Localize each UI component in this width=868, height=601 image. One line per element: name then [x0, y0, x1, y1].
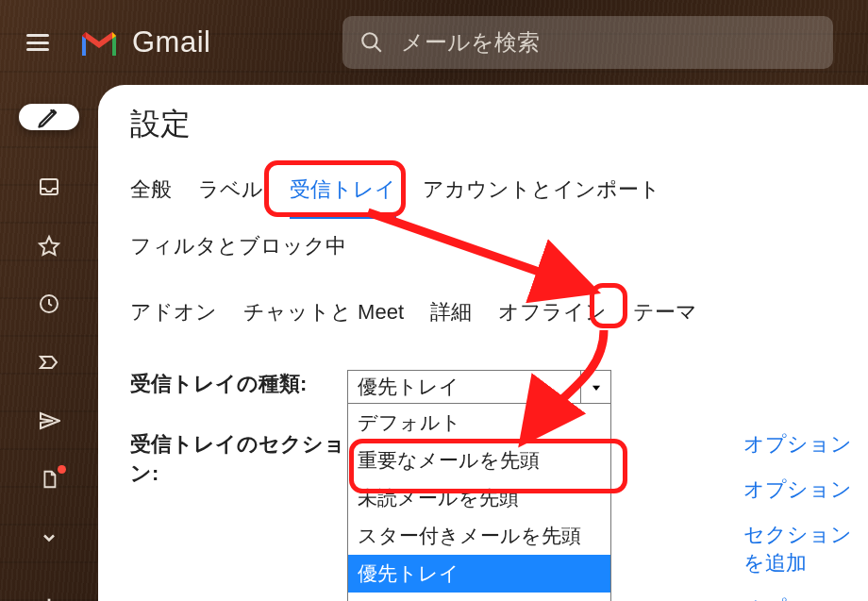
- settings-panel: 設定 全般 ラベル 受信トレイ アカウントとインポート フィルタとブロック中 ア…: [98, 85, 868, 601]
- rail-add-icon[interactable]: [38, 594, 60, 601]
- inbox-type-option-starred[interactable]: スター付きメールを先頭: [348, 517, 610, 555]
- gmail-logo-icon: [79, 27, 119, 58]
- tab-inbox[interactable]: 受信トレイ: [290, 175, 396, 209]
- tab-offline[interactable]: オフライン: [498, 298, 607, 332]
- settings-tabs-row1: 全般 ラベル 受信トレイ アカウントとインポート フィルタとブロック中: [130, 175, 868, 266]
- rail-more-icon[interactable]: [38, 526, 60, 549]
- svg-marker-3: [40, 237, 58, 255]
- inbox-type-select[interactable]: 優先トレイ: [347, 370, 611, 404]
- svg-point-0: [363, 33, 377, 47]
- main-menu-button[interactable]: [26, 34, 49, 51]
- tab-chat-meet[interactable]: チャットと Meet: [243, 298, 404, 332]
- inbox-type-label: 受信トレイの種類:: [130, 370, 347, 399]
- drafts-badge: [58, 465, 66, 474]
- inbox-type-value: 優先トレイ: [358, 374, 459, 400]
- svg-marker-7: [592, 386, 599, 391]
- inbox-section-link-0[interactable]: オプション: [743, 430, 868, 459]
- search-placeholder: メールを検索: [401, 27, 540, 58]
- tab-labels[interactable]: ラベル: [198, 175, 263, 209]
- gmail-logo-text: Gmail: [132, 25, 210, 59]
- tab-general[interactable]: 全般: [130, 175, 172, 209]
- inbox-type-dropdown-toggle[interactable]: [580, 371, 610, 405]
- chevron-down-icon: [590, 381, 603, 394]
- rail-snoozed-icon[interactable]: [38, 292, 60, 315]
- inbox-type-option-multiple[interactable]: マルチ受信トレイ: [348, 593, 610, 601]
- inbox-type-option-priority[interactable]: 優先トレイ: [348, 555, 610, 593]
- settings-tabs-row2: アドオン チャットと Meet 詳細 オフライン テーマ: [130, 298, 868, 332]
- left-rail: [0, 85, 98, 601]
- inbox-section-link-1[interactable]: オプション: [743, 476, 868, 504]
- rail-drafts-icon[interactable]: [38, 468, 60, 491]
- inbox-section-link-2[interactable]: セクションを追加: [743, 521, 868, 577]
- inbox-type-option-default[interactable]: デフォルト: [348, 404, 610, 442]
- gmail-logo[interactable]: Gmail: [79, 25, 210, 59]
- inbox-type-option-unread[interactable]: 未読メールを先頭: [348, 479, 610, 517]
- svg-line-1: [376, 45, 382, 52]
- tab-addons[interactable]: アドオン: [130, 298, 217, 332]
- search-icon: [359, 30, 384, 55]
- settings-title: 設定: [130, 104, 868, 145]
- rail-starred-icon[interactable]: [38, 234, 60, 257]
- tab-themes[interactable]: テーマ: [633, 298, 697, 332]
- inbox-type-dropdown: デフォルト 重要なメールを先頭 未読メールを先頭 スター付きメールを先頭 優先ト…: [347, 404, 611, 601]
- rail-important-icon[interactable]: [38, 351, 60, 374]
- rail-sent-icon[interactable]: [38, 409, 60, 432]
- inbox-type-option-important[interactable]: 重要なメールを先頭: [348, 442, 610, 479]
- rail-inbox-icon[interactable]: [38, 175, 60, 198]
- tab-filters[interactable]: フィルタとブロック中: [130, 232, 346, 266]
- search-bar[interactable]: メールを検索: [342, 16, 833, 69]
- inbox-sections-options: オプション オプション セクションを追加 オプション: [743, 430, 868, 601]
- compose-button[interactable]: [19, 104, 79, 130]
- tab-advanced[interactable]: 詳細: [430, 298, 472, 332]
- pencil-icon: [36, 104, 62, 130]
- inbox-section-link-3[interactable]: オプション: [743, 594, 868, 601]
- inbox-sections-label: 受信トレイのセクション:: [130, 430, 347, 489]
- tab-accounts[interactable]: アカウントとインポート: [423, 175, 660, 209]
